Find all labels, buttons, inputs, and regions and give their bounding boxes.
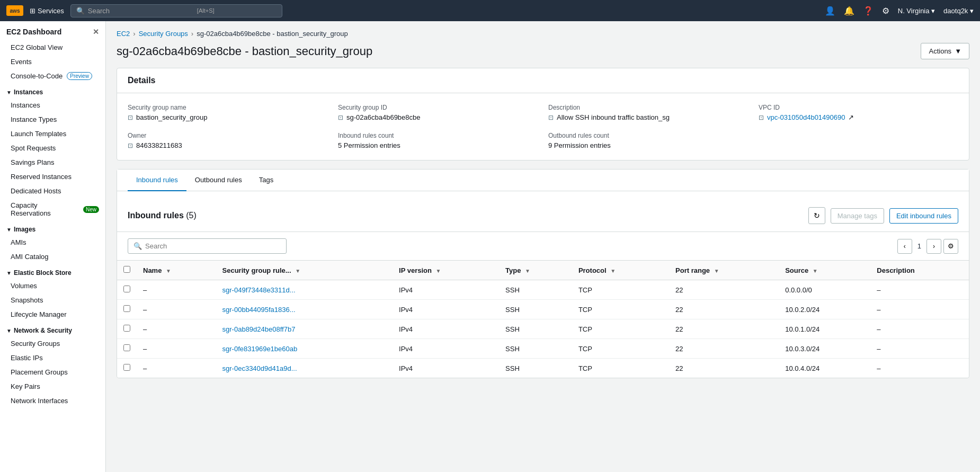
sidebar-item-instances[interactable]: Instances — [0, 98, 105, 112]
copy-icon[interactable]: ⊡ — [759, 114, 764, 121]
row-checkbox[interactable] — [123, 325, 130, 332]
cell-ip-version: IPv4 — [393, 300, 499, 319]
manage-tags-button[interactable]: Manage tags — [831, 208, 884, 224]
sidebar-item-reserved-instances[interactable]: Reserved Instances — [0, 170, 105, 184]
copy-icon[interactable]: ⊡ — [128, 142, 133, 149]
tab-outbound-rules[interactable]: Outbound rules — [186, 170, 251, 191]
breadcrumb-security-groups[interactable]: Security Groups — [139, 30, 188, 38]
cell-type: SSH — [499, 319, 572, 339]
row-checkbox[interactable] — [123, 305, 130, 312]
region-selector[interactable]: N. Virginia ▾ — [898, 7, 935, 15]
sidebar-item-amis[interactable]: AMIs — [0, 235, 105, 250]
col-protocol[interactable]: Protocol ▼ — [572, 261, 669, 280]
search-icon: 🔍 — [133, 242, 142, 250]
col-rule-id[interactable]: Security group rule... ▼ — [216, 261, 393, 280]
bell-icon[interactable]: 🔔 — [844, 6, 854, 16]
tab-tags[interactable]: Tags — [251, 170, 282, 191]
sidebar-item-snapshots[interactable]: Snapshots — [0, 293, 105, 307]
cell-rule-id[interactable]: sgr-0ab89d24be08ff7b7 — [216, 319, 393, 339]
copy-icon[interactable]: ⊡ — [128, 114, 133, 121]
sidebar-item-ami-catalog[interactable]: AMI Catalog — [0, 250, 105, 264]
copy-icon[interactable]: ⊡ — [338, 114, 343, 121]
sidebar-section-ebs[interactable]: ▼ Elastic Block Store — [0, 264, 105, 279]
search-input[interactable] — [88, 7, 194, 15]
tab-inbound-rules[interactable]: Inbound rules — [128, 170, 186, 191]
prev-page-button[interactable]: ‹ — [897, 239, 912, 254]
chevron-down-icon: ▼ — [955, 47, 961, 55]
details-card: Details Security group name ⊡ bastion_se… — [117, 68, 969, 161]
sidebar-item-dedicated-hosts[interactable]: Dedicated Hosts — [0, 184, 105, 198]
col-description: Description — [870, 261, 969, 280]
user-menu[interactable]: daotq2k ▾ — [943, 7, 974, 15]
sidebar-section-images[interactable]: ▼ Images — [0, 220, 105, 235]
top-nav-right: 👤 🔔 ❓ ⚙ N. Virginia ▾ daotq2k ▾ — [825, 6, 974, 16]
sidebar-item-instance-types[interactable]: Instance Types — [0, 112, 105, 127]
sidebar-item-capacity-reservations[interactable]: Capacity Reservations New — [0, 198, 105, 220]
pagination: ‹ 1 › ⚙ — [897, 239, 958, 254]
breadcrumb: EC2 › Security Groups › sg-02a6cba4b69be… — [117, 30, 969, 38]
table-search-wrap[interactable]: 🔍 — [128, 238, 287, 254]
cell-type: SSH — [499, 280, 572, 300]
sidebar-item-savings-plans[interactable]: Savings Plans — [0, 155, 105, 170]
sidebar-section-instances[interactable]: ▼ Instances — [0, 83, 105, 98]
sidebar-item-volumes[interactable]: Volumes — [0, 279, 105, 293]
sidebar-item-security-groups[interactable]: Security Groups — [0, 336, 105, 351]
cell-ip-version: IPv4 — [393, 359, 499, 378]
search-bar[interactable]: 🔍 [Alt+S] — [70, 4, 282, 17]
row-checkbox[interactable] — [123, 344, 130, 351]
detail-inbound-count: Inbound rules count 5 Permission entries — [338, 132, 538, 149]
cell-ip-version: IPv4 — [393, 339, 499, 359]
sidebar-item-launch-templates[interactable]: Launch Templates — [0, 127, 105, 141]
user-icon[interactable]: 👤 — [825, 6, 835, 16]
sidebar-item-elastic-ips[interactable]: Elastic IPs — [0, 351, 105, 365]
col-name[interactable]: Name ▼ — [137, 261, 216, 280]
row-checkbox-cell — [117, 319, 137, 339]
sidebar-item-key-pairs[interactable]: Key Pairs — [0, 379, 105, 394]
cell-port-range: 22 — [669, 359, 779, 378]
services-button[interactable]: ⊞ Services — [30, 7, 64, 15]
sidebar-item-network-interfaces[interactable]: Network Interfaces — [0, 394, 105, 408]
help-icon[interactable]: ❓ — [863, 6, 874, 16]
col-type[interactable]: Type ▼ — [499, 261, 572, 280]
cell-rule-id[interactable]: sgr-049f73448e3311d... — [216, 280, 393, 300]
col-ip-version[interactable]: IP version ▼ — [393, 261, 499, 280]
sidebar-section-network-security[interactable]: ▼ Network & Security — [0, 322, 105, 336]
refresh-button[interactable]: ↻ — [808, 207, 825, 224]
sidebar-item-lifecycle-manager[interactable]: Lifecycle Manager — [0, 307, 105, 322]
details-header: Details — [117, 68, 969, 93]
cell-rule-id[interactable]: sgr-00bb44095fa1836... — [216, 300, 393, 319]
sidebar-item-global-view[interactable]: EC2 Global View — [0, 40, 105, 55]
sidebar-title[interactable]: EC2 Dashboard — [6, 28, 61, 36]
cell-type: SSH — [499, 359, 572, 378]
sidebar-item-spot-requests[interactable]: Spot Requests — [0, 141, 105, 155]
select-all-checkbox[interactable] — [123, 266, 130, 273]
edit-inbound-rules-button[interactable]: Edit inbound rules — [889, 208, 958, 224]
row-checkbox[interactable] — [123, 364, 130, 371]
vpc-id-link[interactable]: vpc-031050d4b01490690 — [767, 113, 845, 121]
row-checkbox[interactable] — [123, 286, 130, 292]
breadcrumb-ec2[interactable]: EC2 — [117, 30, 130, 38]
pagination-settings-button[interactable]: ⚙ — [943, 239, 958, 254]
col-source[interactable]: Source ▼ — [779, 261, 870, 280]
actions-button[interactable]: Actions ▼ — [921, 43, 969, 59]
row-checkbox-cell — [117, 300, 137, 319]
sidebar-item-console-to-code[interactable]: Console-to-Code Preview — [0, 69, 105, 83]
table-search-input[interactable] — [145, 242, 281, 250]
sidebar-close-button[interactable]: ✕ — [93, 28, 99, 36]
cell-ip-version: IPv4 — [393, 280, 499, 300]
cell-rule-id[interactable]: sgr-0fe831969e1be60ab — [216, 339, 393, 359]
cell-port-range: 22 — [669, 339, 779, 359]
chevron-down-icon: ▼ — [6, 90, 12, 95]
sidebar-item-placement-groups[interactable]: Placement Groups — [0, 365, 105, 379]
cell-description: – — [870, 280, 969, 300]
settings-icon[interactable]: ⚙ — [882, 6, 889, 16]
table-body: – sgr-049f73448e3311d... IPv4 SSH TCP 22… — [117, 280, 969, 378]
sidebar-item-events[interactable]: Events — [0, 55, 105, 69]
cell-protocol: TCP — [572, 339, 669, 359]
cell-rule-id[interactable]: sgr-0ec3340d9d41a9d... — [216, 359, 393, 378]
col-port-range[interactable]: Port range ▼ — [669, 261, 779, 280]
copy-icon[interactable]: ⊡ — [548, 114, 554, 121]
cell-source: 0.0.0.0/0 — [779, 280, 870, 300]
next-page-button[interactable]: › — [926, 239, 941, 254]
page-header: sg-02a6cba4b69be8cbe - bastion_security_… — [117, 43, 969, 59]
